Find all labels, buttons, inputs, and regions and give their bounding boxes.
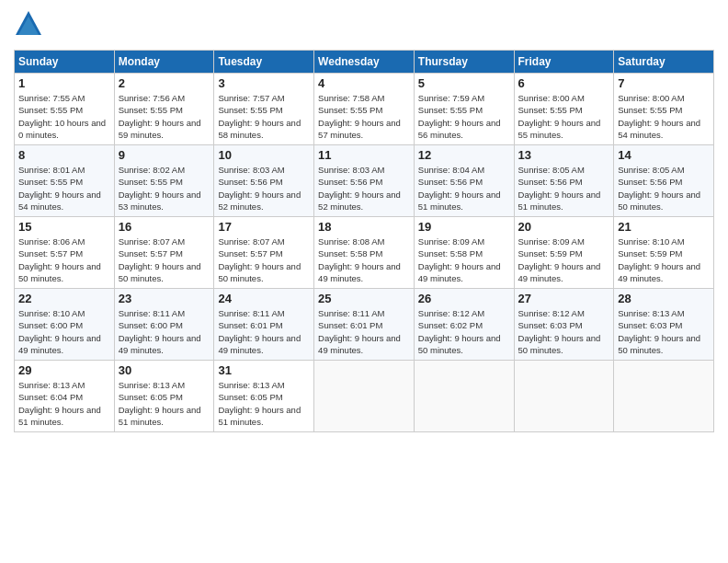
day-number: 10 bbox=[218, 148, 310, 162]
day-cell: 15 Sunrise: 8:06 AMSunset: 5:57 PMDaylig… bbox=[15, 217, 115, 289]
day-cell: 17 Sunrise: 8:07 AMSunset: 5:57 PMDaylig… bbox=[214, 217, 314, 289]
day-number: 31 bbox=[218, 363, 310, 377]
day-cell: 3 Sunrise: 7:57 AMSunset: 5:55 PMDayligh… bbox=[214, 74, 314, 145]
day-info: Sunrise: 8:09 AMSunset: 5:58 PMDaylight:… bbox=[418, 236, 501, 283]
header-cell-saturday: Saturday bbox=[614, 51, 714, 74]
header-cell-friday: Friday bbox=[514, 51, 614, 74]
day-cell: 8 Sunrise: 8:01 AMSunset: 5:55 PMDayligh… bbox=[15, 145, 115, 217]
day-cell bbox=[614, 361, 714, 432]
day-cell: 10 Sunrise: 8:03 AMSunset: 5:56 PMDaylig… bbox=[214, 145, 314, 217]
day-cell: 9 Sunrise: 8:02 AMSunset: 5:55 PMDayligh… bbox=[114, 145, 214, 217]
day-number: 7 bbox=[618, 76, 710, 90]
calendar-header: SundayMondayTuesdayWednesdayThursdayFrid… bbox=[15, 51, 714, 74]
day-info: Sunrise: 8:11 AMSunset: 6:01 PMDaylight:… bbox=[318, 308, 401, 355]
day-cell: 12 Sunrise: 8:04 AMSunset: 5:56 PMDaylig… bbox=[414, 145, 514, 217]
day-info: Sunrise: 8:09 AMSunset: 5:59 PMDaylight:… bbox=[518, 236, 601, 283]
day-number: 27 bbox=[518, 292, 610, 305]
day-info: Sunrise: 8:06 AMSunset: 5:57 PMDaylight:… bbox=[18, 236, 101, 283]
day-cell: 7 Sunrise: 8:00 AMSunset: 5:55 PMDayligh… bbox=[614, 74, 714, 145]
day-number: 1 bbox=[18, 76, 110, 90]
day-cell: 11 Sunrise: 8:03 AMSunset: 5:56 PMDaylig… bbox=[314, 145, 415, 217]
day-number: 8 bbox=[18, 148, 110, 162]
day-number: 5 bbox=[418, 76, 510, 90]
header bbox=[14, 9, 714, 42]
day-cell: 28 Sunrise: 8:13 AMSunset: 6:03 PMDaylig… bbox=[614, 289, 714, 361]
week-row-5: 29 Sunrise: 8:13 AMSunset: 6:04 PMDaylig… bbox=[15, 361, 714, 432]
logo bbox=[14, 9, 47, 42]
day-info: Sunrise: 8:07 AMSunset: 5:57 PMDaylight:… bbox=[119, 236, 201, 283]
day-info: Sunrise: 8:05 AMSunset: 5:56 PMDaylight:… bbox=[518, 165, 601, 212]
day-info: Sunrise: 8:10 AMSunset: 5:59 PMDaylight:… bbox=[618, 236, 700, 283]
day-info: Sunrise: 7:57 AMSunset: 5:55 PMDaylight:… bbox=[218, 93, 301, 140]
day-number: 19 bbox=[418, 220, 510, 234]
day-info: Sunrise: 8:07 AMSunset: 5:57 PMDaylight:… bbox=[218, 236, 301, 283]
day-cell: 29 Sunrise: 8:13 AMSunset: 6:04 PMDaylig… bbox=[15, 361, 115, 432]
logo-icon bbox=[14, 9, 43, 39]
header-cell-tuesday: Tuesday bbox=[214, 51, 314, 74]
day-cell: 5 Sunrise: 7:59 AMSunset: 5:55 PMDayligh… bbox=[414, 74, 514, 145]
day-info: Sunrise: 8:02 AMSunset: 5:55 PMDaylight:… bbox=[119, 165, 201, 212]
day-info: Sunrise: 8:03 AMSunset: 5:56 PMDaylight:… bbox=[318, 165, 401, 212]
day-cell: 31 Sunrise: 8:13 AMSunset: 6:05 PMDaylig… bbox=[214, 361, 314, 432]
day-info: Sunrise: 8:12 AMSunset: 6:02 PMDaylight:… bbox=[418, 308, 501, 355]
day-number: 26 bbox=[418, 292, 510, 305]
day-info: Sunrise: 8:03 AMSunset: 5:56 PMDaylight:… bbox=[218, 165, 301, 212]
day-cell bbox=[314, 361, 415, 432]
day-number: 4 bbox=[318, 76, 410, 90]
day-cell: 19 Sunrise: 8:09 AMSunset: 5:58 PMDaylig… bbox=[414, 217, 514, 289]
day-number: 23 bbox=[119, 292, 210, 305]
day-info: Sunrise: 7:56 AMSunset: 5:55 PMDaylight:… bbox=[119, 93, 201, 140]
day-number: 2 bbox=[119, 76, 210, 90]
week-row-4: 22 Sunrise: 8:10 AMSunset: 6:00 PMDaylig… bbox=[15, 289, 714, 361]
day-number: 24 bbox=[218, 292, 310, 305]
day-cell: 14 Sunrise: 8:05 AMSunset: 5:56 PMDaylig… bbox=[614, 145, 714, 217]
header-cell-sunday: Sunday bbox=[15, 51, 115, 74]
header-cell-thursday: Thursday bbox=[414, 51, 514, 74]
day-number: 30 bbox=[119, 363, 210, 377]
day-number: 22 bbox=[18, 292, 110, 305]
day-info: Sunrise: 8:00 AMSunset: 5:55 PMDaylight:… bbox=[618, 93, 700, 140]
day-info: Sunrise: 8:04 AMSunset: 5:56 PMDaylight:… bbox=[418, 165, 501, 212]
day-info: Sunrise: 8:10 AMSunset: 6:00 PMDaylight:… bbox=[18, 308, 101, 355]
day-number: 20 bbox=[518, 220, 610, 234]
day-cell: 26 Sunrise: 8:12 AMSunset: 6:02 PMDaylig… bbox=[414, 289, 514, 361]
calendar-container: SundayMondayTuesdayWednesdayThursdayFrid… bbox=[0, 0, 728, 442]
day-number: 14 bbox=[618, 148, 710, 162]
day-cell: 27 Sunrise: 8:12 AMSunset: 6:03 PMDaylig… bbox=[514, 289, 614, 361]
day-number: 16 bbox=[119, 220, 210, 234]
day-number: 28 bbox=[618, 292, 710, 305]
day-number: 11 bbox=[318, 148, 410, 162]
day-number: 21 bbox=[618, 220, 710, 234]
day-number: 13 bbox=[518, 148, 610, 162]
day-info: Sunrise: 8:13 AMSunset: 6:05 PMDaylight:… bbox=[119, 380, 201, 427]
day-cell: 22 Sunrise: 8:10 AMSunset: 6:00 PMDaylig… bbox=[15, 289, 115, 361]
day-cell: 18 Sunrise: 8:08 AMSunset: 5:58 PMDaylig… bbox=[314, 217, 415, 289]
day-info: Sunrise: 8:13 AMSunset: 6:04 PMDaylight:… bbox=[18, 380, 101, 427]
header-row: SundayMondayTuesdayWednesdayThursdayFrid… bbox=[15, 51, 714, 74]
day-info: Sunrise: 7:58 AMSunset: 5:55 PMDaylight:… bbox=[318, 93, 401, 140]
day-cell: 24 Sunrise: 8:11 AMSunset: 6:01 PMDaylig… bbox=[214, 289, 314, 361]
day-cell: 23 Sunrise: 8:11 AMSunset: 6:00 PMDaylig… bbox=[114, 289, 214, 361]
calendar-body: 1 Sunrise: 7:55 AMSunset: 5:55 PMDayligh… bbox=[15, 74, 714, 432]
week-row-1: 1 Sunrise: 7:55 AMSunset: 5:55 PMDayligh… bbox=[15, 74, 714, 145]
day-cell: 21 Sunrise: 8:10 AMSunset: 5:59 PMDaylig… bbox=[614, 217, 714, 289]
day-cell: 25 Sunrise: 8:11 AMSunset: 6:01 PMDaylig… bbox=[314, 289, 415, 361]
day-number: 29 bbox=[18, 363, 110, 377]
day-info: Sunrise: 8:08 AMSunset: 5:58 PMDaylight:… bbox=[318, 236, 401, 283]
day-info: Sunrise: 8:00 AMSunset: 5:55 PMDaylight:… bbox=[518, 93, 601, 140]
day-info: Sunrise: 8:01 AMSunset: 5:55 PMDaylight:… bbox=[18, 165, 101, 212]
day-cell: 13 Sunrise: 8:05 AMSunset: 5:56 PMDaylig… bbox=[514, 145, 614, 217]
calendar-table: SundayMondayTuesdayWednesdayThursdayFrid… bbox=[14, 50, 714, 432]
day-cell: 1 Sunrise: 7:55 AMSunset: 5:55 PMDayligh… bbox=[15, 74, 115, 145]
day-cell: 30 Sunrise: 8:13 AMSunset: 6:05 PMDaylig… bbox=[114, 361, 214, 432]
day-info: Sunrise: 8:13 AMSunset: 6:05 PMDaylight:… bbox=[218, 380, 301, 427]
day-cell: 16 Sunrise: 8:07 AMSunset: 5:57 PMDaylig… bbox=[114, 217, 214, 289]
day-number: 17 bbox=[218, 220, 310, 234]
day-number: 12 bbox=[418, 148, 510, 162]
day-info: Sunrise: 7:55 AMSunset: 5:55 PMDaylight:… bbox=[18, 93, 106, 140]
day-info: Sunrise: 8:11 AMSunset: 6:01 PMDaylight:… bbox=[218, 308, 301, 355]
day-number: 3 bbox=[218, 76, 310, 90]
day-cell: 2 Sunrise: 7:56 AMSunset: 5:55 PMDayligh… bbox=[114, 74, 214, 145]
day-info: Sunrise: 8:11 AMSunset: 6:00 PMDaylight:… bbox=[119, 308, 201, 355]
day-cell: 4 Sunrise: 7:58 AMSunset: 5:55 PMDayligh… bbox=[314, 74, 415, 145]
